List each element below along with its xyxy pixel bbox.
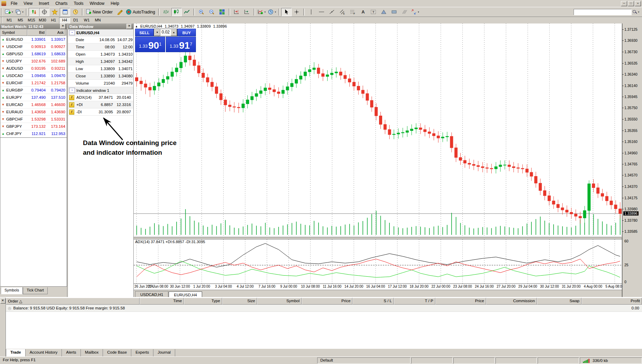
parallel-lines-button[interactable] bbox=[399, 8, 410, 16]
data-window-title[interactable]: Data Window ✕ bbox=[68, 23, 133, 29]
balance-row[interactable]: ◎ Balance: 9 915.58 USD Equity: 9 915.58… bbox=[6, 305, 642, 312]
terminal-tab-mailbox[interactable]: Mailbox bbox=[81, 349, 103, 356]
timeframe-m1[interactable]: M1 bbox=[4, 17, 15, 23]
navigator-button[interactable] bbox=[39, 8, 49, 16]
search-dropdown-icon[interactable]: ▾ bbox=[638, 11, 639, 13]
timeframe-grip[interactable] bbox=[1, 17, 3, 24]
terminal-column-order[interactable]: Order △ bbox=[6, 298, 140, 305]
line-chart-button[interactable] bbox=[182, 8, 192, 16]
rectangle-button[interactable] bbox=[389, 8, 399, 16]
bar-chart-button[interactable] bbox=[161, 8, 171, 16]
chart-area[interactable]: ▲ EURUSD,H4 1.34073 1.34097 1.33809 1.33… bbox=[134, 23, 622, 297]
market-watch-row-eurchf[interactable]: ▼EURCHF1.217421.21758 bbox=[0, 79, 67, 87]
market-watch-row-eurjpy[interactable]: ▲EURJPY137.490137.510 bbox=[0, 94, 67, 101]
terminal-tab-code-base[interactable]: Code Base bbox=[103, 349, 131, 356]
sell-button[interactable]: SELL bbox=[135, 29, 154, 36]
trendline-button[interactable] bbox=[327, 8, 337, 16]
terminal-tab-journal[interactable]: Journal bbox=[153, 349, 175, 356]
zoom-in-button[interactable] bbox=[196, 8, 207, 16]
timeframe-w1[interactable]: W1 bbox=[81, 17, 92, 23]
terminal-tab-experts[interactable]: Experts bbox=[131, 349, 153, 356]
menu-charts[interactable]: Charts bbox=[52, 0, 70, 7]
search-input[interactable] bbox=[574, 9, 632, 15]
volume-field[interactable]: 0.02 bbox=[160, 29, 171, 36]
toolbar-grip[interactable] bbox=[1, 9, 3, 16]
horizontal-line-button[interactable] bbox=[317, 8, 327, 16]
dropdown-icon[interactable]: ▾ bbox=[22, 11, 23, 13]
candlestick-button[interactable] bbox=[171, 8, 182, 16]
market-watch-row-gbpchf[interactable]: ▼GBPCHF1.532981.53331 bbox=[0, 116, 67, 123]
market-watch-row-eurusd[interactable]: ▲EURUSD1.339011.33917 bbox=[0, 36, 67, 43]
close-icon[interactable]: ✕ bbox=[126, 24, 132, 29]
sell-price[interactable]: 1.33 90 1 bbox=[135, 37, 165, 52]
channel-button[interactable]: E bbox=[337, 8, 348, 16]
fibonacci-button[interactable]: F bbox=[348, 8, 358, 16]
cursor-button[interactable] bbox=[281, 8, 292, 16]
auto-scroll-button[interactable] bbox=[242, 8, 252, 16]
terminal-column-swap[interactable]: Swap bbox=[537, 298, 582, 305]
close-icon[interactable]: × bbox=[635, 1, 641, 6]
label-button[interactable]: T bbox=[368, 8, 379, 16]
periods-button[interactable]: ▾ bbox=[267, 8, 277, 16]
market-watch-tab-tick-chart[interactable]: Tick Chart bbox=[23, 287, 48, 294]
market-watch-row-euraud[interactable]: ▼EURAUD1.436581.43690 bbox=[0, 108, 67, 116]
search-icon[interactable] bbox=[632, 9, 638, 15]
autotrading-button[interactable]: AutoTrading bbox=[125, 8, 157, 16]
market-watch-row-eurcad[interactable]: ▼EURCAD1.465681.46600 bbox=[0, 101, 67, 108]
new-chart-button[interactable]: ▾ bbox=[4, 8, 14, 16]
column-header-bid[interactable]: Bid bbox=[27, 29, 46, 36]
market-watch-row-eurgbp[interactable]: ▲EURGBP0.794040.79420 bbox=[0, 87, 67, 94]
terminal-column-tp[interactable]: T / P bbox=[394, 298, 435, 305]
status-profile[interactable]: Default bbox=[317, 357, 410, 364]
minimize-icon[interactable]: ─ bbox=[621, 1, 627, 6]
data-window-button[interactable] bbox=[60, 8, 70, 16]
market-watch-row-usdchf[interactable]: ▼USDCHF0.909130.90927 bbox=[0, 43, 67, 50]
menu-view[interactable]: View bbox=[20, 0, 36, 7]
timeframe-d1[interactable]: D1 bbox=[70, 17, 81, 23]
indicators-button[interactable]: ▾ bbox=[256, 8, 267, 16]
market-watch-row-gbpjpy[interactable]: ▼GBPJPY173.132173.164 bbox=[0, 123, 67, 130]
market-watch-row-usdcad[interactable]: ▲USDCAD1.094561.09470 bbox=[0, 72, 67, 79]
menu-help[interactable]: Help bbox=[107, 0, 122, 7]
zoom-out-button[interactable] bbox=[207, 8, 217, 16]
terminal-column-time[interactable]: Time bbox=[140, 298, 184, 305]
close-icon[interactable]: ✕ bbox=[0, 298, 6, 304]
close-icon[interactable]: ✕ bbox=[60, 24, 66, 29]
column-header-ask[interactable]: Ask bbox=[46, 29, 65, 36]
menu-insert[interactable]: Insert bbox=[36, 0, 52, 7]
terminal-column-sl[interactable]: S / L bbox=[352, 298, 394, 305]
terminal-tab-trade[interactable]: Trade bbox=[6, 349, 26, 357]
metaeditor-button[interactable] bbox=[114, 8, 125, 16]
history-center-button[interactable] bbox=[70, 8, 81, 16]
terminal-tab-alerts[interactable]: Alerts bbox=[62, 349, 81, 356]
terminal-column-price[interactable]: Price bbox=[435, 298, 486, 305]
text-button[interactable]: A bbox=[358, 8, 368, 16]
timeframe-h1[interactable]: H1 bbox=[48, 17, 59, 23]
maximize-icon[interactable]: □ bbox=[628, 1, 634, 6]
timeframe-m5[interactable]: M5 bbox=[15, 17, 26, 23]
tile-windows-button[interactable] bbox=[217, 8, 227, 16]
column-header-symbol[interactable]: Symbol bbox=[0, 29, 27, 36]
terminal-column-symbol[interactable]: Symbol bbox=[257, 298, 302, 305]
arrows-button[interactable]: ▾ bbox=[410, 8, 420, 16]
terminal-tab-account-history[interactable]: Account History bbox=[26, 349, 62, 356]
menu-window[interactable]: Window bbox=[87, 0, 108, 7]
crosshair-button[interactable] bbox=[292, 8, 302, 16]
time-axis[interactable]: 26 Jun 201427 Jun 08:0030 Jun 12:001 Jul… bbox=[134, 284, 622, 290]
market-watch-row-usdjpy[interactable]: ▼USDJPY102.676102.689 bbox=[0, 58, 67, 65]
triangle-button[interactable] bbox=[379, 8, 389, 16]
vertical-line-button[interactable] bbox=[306, 8, 317, 16]
new-order-button[interactable]: New Order bbox=[85, 8, 114, 16]
collapse-icon[interactable]: ▲ bbox=[135, 24, 138, 29]
buy-button[interactable]: BUY bbox=[177, 29, 196, 36]
market-watch-row-chfjpy[interactable]: ▲CHFJPY112.921112.953 bbox=[0, 130, 67, 137]
terminal-column-price[interactable]: Price bbox=[302, 298, 352, 305]
favorites-button[interactable] bbox=[49, 8, 60, 16]
buy-price[interactable]: 1.33 91 7 bbox=[166, 37, 196, 52]
profiles-button[interactable]: ▾ bbox=[14, 8, 25, 16]
market-watch-tab-symbols[interactable]: Symbols bbox=[1, 287, 23, 294]
market-watch-button[interactable] bbox=[29, 8, 39, 16]
dropdown-icon[interactable]: ▾ bbox=[264, 11, 266, 13]
volume-down-icon[interactable]: ▼ bbox=[154, 29, 160, 36]
dropdown-icon[interactable]: ▾ bbox=[418, 11, 419, 13]
